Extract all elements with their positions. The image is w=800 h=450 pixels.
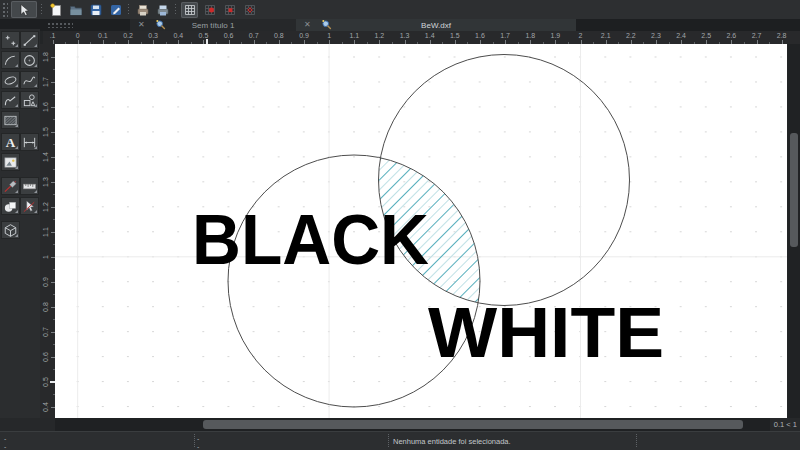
line-tool-icon bbox=[22, 33, 37, 48]
tab-2[interactable]: ✕BeW.dxf bbox=[296, 19, 576, 31]
dimension-tool-icon bbox=[22, 135, 37, 150]
bottom-scroll-row: 0.1 < 1 bbox=[0, 418, 800, 431]
status-bar: - - - - Nenhuma entidade foi selecionada… bbox=[0, 431, 800, 450]
image-tool-button[interactable] bbox=[1, 153, 20, 171]
draft-1-icon bbox=[203, 3, 217, 17]
circle-tool-button[interactable] bbox=[20, 51, 39, 69]
toolbar-handle[interactable] bbox=[2, 2, 8, 17]
ruler-label: 0.1 bbox=[93, 32, 113, 39]
tab-close-icon[interactable]: ✕ bbox=[138, 20, 145, 30]
ruler-label: 2.4 bbox=[671, 32, 691, 39]
ruler-label: 2.1 bbox=[596, 32, 616, 39]
toolbar-separator bbox=[174, 3, 178, 16]
ruler-label: 0.5 bbox=[193, 32, 213, 39]
ruler-label: 0.4 bbox=[168, 32, 188, 39]
solid-tool-icon bbox=[3, 223, 18, 238]
edit-button[interactable] bbox=[107, 2, 124, 18]
ruler-label: 0.7 bbox=[244, 32, 264, 39]
draft-toggle-2[interactable] bbox=[221, 2, 238, 18]
new-file-button[interactable] bbox=[47, 2, 64, 18]
draft-3-icon bbox=[243, 3, 257, 17]
status-message: Nenhuma entidade foi selecionada. bbox=[393, 437, 511, 446]
line-tool-button[interactable] bbox=[20, 31, 39, 49]
tab-label: Sem título 1 bbox=[192, 21, 235, 30]
tab-bar: ✕Sem título 1✕BeW.dxf bbox=[0, 19, 800, 31]
modify-tool-button[interactable] bbox=[1, 197, 20, 215]
hatch-tool-icon bbox=[3, 113, 18, 128]
grid-toggle-button[interactable] bbox=[181, 2, 198, 18]
select-tool-button[interactable] bbox=[20, 197, 39, 215]
dimension-tool-button[interactable] bbox=[20, 133, 39, 151]
select-tool-button[interactable] bbox=[11, 1, 37, 18]
coordinate-readout: - bbox=[4, 435, 6, 442]
coordinate-readout: - bbox=[197, 443, 199, 450]
ruler-label: 1.9 bbox=[545, 32, 565, 39]
polyline-tool-button[interactable] bbox=[1, 91, 20, 109]
shape-tool-button[interactable] bbox=[20, 91, 39, 109]
draft-toggle-1[interactable] bbox=[201, 2, 218, 18]
arc-tool-icon bbox=[3, 53, 18, 68]
solid-tool-button[interactable] bbox=[1, 221, 20, 239]
points-tool-button[interactable] bbox=[1, 31, 20, 49]
arc-tool-button[interactable] bbox=[1, 51, 20, 69]
tab-label: BeW.dxf bbox=[421, 21, 451, 30]
ruler-tool-icon bbox=[22, 179, 37, 194]
points-tool-icon bbox=[3, 33, 18, 48]
horizontal-scrollbar[interactable] bbox=[55, 418, 770, 431]
ruler-label: 1 bbox=[319, 32, 339, 39]
ruler-label: 2.6 bbox=[721, 32, 741, 39]
drawing-text-white[interactable]: WHITE bbox=[428, 294, 664, 372]
ruler-label: 1.2 bbox=[369, 32, 389, 39]
draft-toggle-3[interactable] bbox=[241, 2, 258, 18]
tab-close-icon[interactable]: ✕ bbox=[304, 20, 311, 30]
text-tool-button[interactable]: A bbox=[1, 133, 20, 151]
ruler-label: 1.4 bbox=[420, 32, 440, 39]
save-icon bbox=[89, 3, 103, 17]
open-file-button[interactable] bbox=[67, 2, 84, 18]
ellipse-tool-icon bbox=[3, 73, 18, 88]
tool-palette: A bbox=[0, 29, 40, 418]
vertical-scrollbar-thumb[interactable] bbox=[790, 133, 798, 247]
hatch-tool-button[interactable] bbox=[1, 111, 20, 129]
print-icon bbox=[136, 3, 150, 17]
print-preview-button[interactable] bbox=[154, 2, 171, 18]
circle-tool-icon bbox=[22, 53, 37, 68]
ruler-label: 2 bbox=[571, 32, 591, 39]
horizontal-scrollbar-thumb[interactable] bbox=[203, 420, 743, 429]
modify-tool-icon bbox=[3, 199, 18, 214]
tab-1[interactable]: ✕Sem título 1 bbox=[130, 19, 296, 31]
ruler-label: 0.9 bbox=[294, 32, 314, 39]
coordinate-readout: - bbox=[197, 435, 199, 442]
ellipse-tool-button[interactable] bbox=[1, 71, 20, 89]
toolbar-separator bbox=[40, 3, 44, 16]
tabbar-handle[interactable] bbox=[47, 22, 73, 28]
open-folder-icon bbox=[69, 3, 83, 17]
status-separator bbox=[388, 434, 389, 447]
save-button[interactable] bbox=[87, 2, 104, 18]
image-tool-icon bbox=[3, 155, 18, 170]
spline-tool-icon bbox=[22, 73, 37, 88]
ruler-label: 0 bbox=[68, 32, 88, 39]
edit-icon bbox=[109, 3, 123, 17]
ruler-label: 0.8 bbox=[269, 32, 289, 39]
cursor-icon bbox=[17, 3, 31, 17]
drawing-text-black[interactable]: BLACK bbox=[192, 200, 429, 279]
select-tool-icon bbox=[22, 199, 37, 214]
spline-tool-button[interactable] bbox=[20, 71, 39, 89]
ruler-label: 2.2 bbox=[621, 32, 641, 39]
print-button[interactable] bbox=[134, 2, 151, 18]
drawing-canvas[interactable]: BLACKWHITE bbox=[55, 44, 787, 418]
measure-tool-icon bbox=[3, 179, 18, 194]
grid-icon bbox=[183, 3, 197, 17]
vertical-scrollbar[interactable] bbox=[788, 44, 800, 418]
measure-tool-button[interactable] bbox=[1, 177, 20, 195]
ruler-tool-button[interactable] bbox=[20, 177, 39, 195]
ruler-label: 1.6 bbox=[470, 32, 490, 39]
drawing[interactable]: BLACKWHITE bbox=[55, 44, 787, 418]
shape-tool-icon bbox=[22, 93, 37, 108]
status-separator bbox=[194, 434, 195, 447]
ruler-label: .1 bbox=[43, 32, 63, 39]
ruler-label: 0.6 bbox=[219, 32, 239, 39]
ruler-label: 0.2 bbox=[118, 32, 138, 39]
new-file-icon bbox=[49, 3, 63, 17]
